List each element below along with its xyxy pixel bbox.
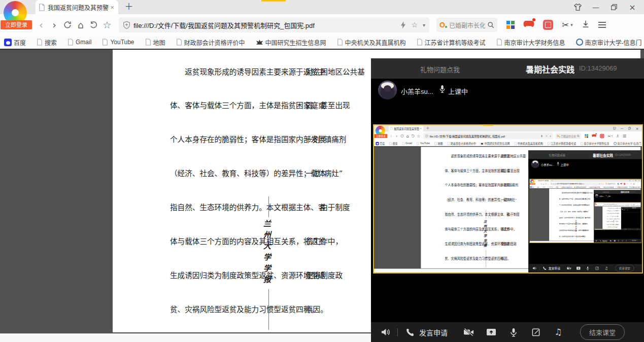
speaker-icon[interactable] — [379, 328, 391, 336]
menu-icon[interactable] — [598, 22, 606, 28]
search-engine-icon: O — [439, 21, 445, 29]
search-box[interactable]: O 已婚副市长化名结婚 — [436, 18, 497, 32]
eagle-emblem-icon — [256, 39, 263, 45]
search-icon[interactable] — [487, 21, 494, 28]
desktop-screen: 我国返贫问题及其预警机制研 × ＋ — × 立即登录 ‹ › ⌂ ☆ file:… — [0, 0, 644, 342]
desktop-screen: 我国返贫问题及其预警机制研 × ＋ — × 立即登录 ‹ › ⌂ ☆ file:… — [374, 125, 642, 272]
browser-tab-strip: 我国返贫问题及其预警机制研 × ＋ — × — [0, 0, 644, 14]
forward-button[interactable]: › — [48, 19, 61, 30]
page-icon — [145, 39, 151, 46]
class-title: 暑期社会实践 — [526, 63, 574, 75]
undo-history-button[interactable] — [87, 20, 100, 29]
camera-off-icon[interactable] — [463, 328, 475, 336]
bookmark-item[interactable]: 中国研究生招生信息网 — [256, 38, 326, 47]
tab-title: 我国返贫问题及其预警机制研 — [48, 3, 109, 12]
restore-button[interactable] — [609, 3, 619, 12]
search-hotword: 已婚副市长化名结婚 — [449, 21, 485, 29]
participant-row: 小羔羊su... 上课中 — [371, 79, 644, 103]
speak-request-phone-icon[interactable] — [404, 328, 416, 336]
page-icon — [67, 39, 74, 46]
close-window-button[interactable]: × — [627, 3, 637, 12]
mic-on-icon — [439, 85, 446, 95]
download-icon[interactable] — [582, 20, 590, 30]
page-icon — [176, 39, 182, 46]
bookmark-item[interactable]: 中央机关及其直属机构 — [337, 38, 406, 47]
bookmark-item[interactable]: 搜索 — [37, 38, 57, 47]
classroom-window: 礼物问题点我 暑期社会实践 ID:13429069 小羔羊su... 上课中 我… — [371, 58, 644, 342]
music-icon[interactable]: ♫ — [552, 328, 564, 336]
bookmark-item[interactable]: 江苏省计算机等级考试 — [417, 38, 486, 47]
skin-theme-button[interactable] — [572, 3, 583, 12]
class-status: 上课中 — [448, 86, 468, 96]
url-text: file:///D:/文件/下载/我国返贫问题及其预警机制研究_包国宪.pdf — [133, 20, 400, 30]
bookmark-item[interactable]: 百度 — [4, 38, 26, 47]
new-tab-button[interactable]: ＋ — [123, 1, 134, 12]
shared-screen-preview: 我国返贫问题及其预警机制研 × ＋ — × 立即登录 ‹ › ⌂ ☆ file:… — [373, 124, 643, 273]
games-icon[interactable] — [523, 20, 534, 30]
address-dropdown-icon[interactable]: ▾ — [423, 22, 425, 28]
microphone-icon[interactable] — [507, 328, 520, 337]
bookmark-item[interactable]: 南京审计大学财务信息 — [496, 38, 565, 47]
class-id: ID:13429069 — [579, 64, 617, 72]
bookmark-item[interactable]: 财政部会计资格评价中 — [176, 38, 245, 47]
tab-close-icon[interactable]: × — [109, 4, 115, 11]
login-now-badge[interactable]: 立即登录 — [1, 20, 32, 29]
page-icon — [417, 39, 423, 46]
page-icon — [337, 39, 343, 46]
address-bar[interactable]: file:///D:/文件/下载/我国返贫问题及其预警机制研究_包国宪.pdf … — [119, 17, 429, 32]
reader-flash-icon[interactable] — [400, 21, 406, 29]
baidu-icon — [4, 39, 12, 46]
active-tab[interactable]: 我国返贫问题及其预警机制研 × — [36, 0, 118, 14]
pdf-left-column: 返贫现象形成的诱导因素主要来源于返贫主 体、客体与载体三个方面，主体是指贫困家庭… — [170, 49, 328, 342]
red-app-icon[interactable] — [543, 20, 553, 30]
refresh-button[interactable] — [61, 20, 74, 29]
home-button[interactable]: ⌂ — [74, 19, 87, 30]
favorites-star-button[interactable]: ☆ — [100, 19, 114, 30]
gift-hint-link[interactable]: 礼物问题点我 — [420, 64, 460, 74]
minimize-button[interactable]: — — [591, 3, 601, 12]
classroom-header: 礼物问题点我 暑期社会实践 ID:13429069 — [371, 58, 644, 79]
bookmark-item[interactable]: Gmail — [67, 39, 91, 46]
participant-name: 小羔羊su... — [401, 86, 433, 96]
bookmark-item[interactable]: YouTube — [102, 39, 134, 46]
participant-avatar[interactable] — [378, 81, 397, 99]
speak-request-label[interactable]: 发言申请 — [419, 327, 448, 337]
university-logo-icon — [576, 39, 583, 46]
end-class-button[interactable]: 结束课堂 — [580, 324, 625, 340]
shield-icon — [123, 21, 130, 29]
document-icon — [39, 4, 45, 11]
desktop-screen: 我国返贫问题及其预警机制研 × ＋ — × 立即登录 ‹ › ⌂ ☆ file:… — [594, 202, 640, 230]
desktop-screen: 我国返贫问题及其预警机制研 × ＋ — × 立即登录 ‹ › ⌂ ☆ file:… — [530, 179, 641, 243]
page-icon — [102, 39, 108, 46]
back-button[interactable]: ‹ — [35, 19, 48, 30]
page-icon — [37, 39, 43, 46]
screen-share-icon[interactable] — [485, 328, 497, 336]
toolbar-divider — [397, 328, 398, 336]
bookmark-item[interactable]: 地图 — [145, 38, 165, 47]
page-icon — [496, 39, 502, 46]
screenshare-capture-border — [261, 0, 286, 2]
clip-scissors-icon[interactable]: ✂ ▾ — [562, 20, 573, 30]
extension-icons: ✂ ▾ — [506, 20, 606, 30]
classroom-toolbar: 发言申请 ♫ 结束课堂 — [371, 322, 644, 342]
edit-note-icon[interactable] — [530, 328, 542, 336]
bookmarks-bar: 百度 搜索 Gmail YouTube 地图 财政部会计资格评价中 中国研究生招… — [0, 36, 644, 49]
apps-grid-icon[interactable] — [506, 21, 515, 29]
browser-toolbar: ‹ › ⌂ ☆ file:///D:/文件/下载/我国返贫问题及其预警机制研究_… — [0, 14, 644, 36]
bookmark-item[interactable]: 南京审计大学-信息门 — [576, 38, 642, 47]
bookmark-page-star-icon[interactable]: ☆ — [411, 21, 418, 29]
